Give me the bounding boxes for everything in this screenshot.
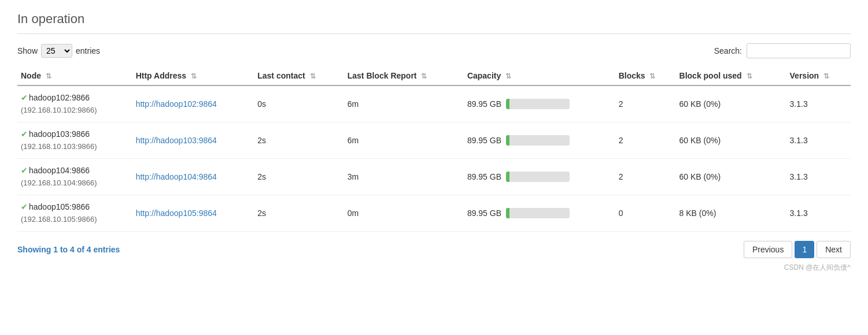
http-link[interactable]: http://hadoop104:9864 xyxy=(136,172,217,181)
blocks-cell-2: 2 xyxy=(615,159,676,195)
contact-cell-3: 2s xyxy=(254,195,343,232)
sort-icon-http: ⇅ xyxy=(191,72,197,80)
col-blocks-label: Blocks xyxy=(619,71,645,80)
pool-cell-0: 60 KB (0%) xyxy=(676,85,786,122)
node-cell-0: ✔hadoop102:9866 (192.168.10.102:9866) xyxy=(17,85,132,122)
blocks-cell-1: 2 xyxy=(615,122,676,159)
version-cell-3: 3.1.3 xyxy=(786,195,851,232)
col-version[interactable]: Version ⇅ xyxy=(786,66,851,85)
table-row: ✔hadoop105:9866 (192.168.10.105:9866) ht… xyxy=(17,195,851,232)
capacity-bar-fill xyxy=(506,135,509,146)
http-cell-2[interactable]: http://hadoop104:9864 xyxy=(132,159,254,195)
node-cell-1: ✔hadoop103:9866 (192.168.10.103:9866) xyxy=(17,122,132,159)
col-http-address-label: Http Address xyxy=(136,71,186,80)
table-header: Node ⇅ Http Address ⇅ Last contact ⇅ Las… xyxy=(17,66,851,85)
capacity-text: 89.95 GB xyxy=(467,172,501,181)
header-row: Node ⇅ Http Address ⇅ Last contact ⇅ Las… xyxy=(17,66,851,85)
blocks-cell-0: 2 xyxy=(615,85,676,122)
showing-prefix: Showing xyxy=(17,245,53,254)
capacity-bar-fill xyxy=(506,172,509,182)
check-icon: ✔ xyxy=(21,93,28,102)
nodes-table: Node ⇅ Http Address ⇅ Last contact ⇅ Las… xyxy=(17,66,851,232)
http-link[interactable]: http://hadoop102:9864 xyxy=(136,99,217,109)
search-input[interactable] xyxy=(747,43,851,58)
col-node[interactable]: Node ⇅ xyxy=(17,66,132,85)
capacity-cell-0: 89.95 GB xyxy=(464,85,615,122)
capacity-text: 89.95 GB xyxy=(467,209,501,218)
version-cell-1: 3.1.3 xyxy=(786,122,851,159)
http-cell-1[interactable]: http://hadoop103:9864 xyxy=(132,122,254,159)
col-capacity[interactable]: Capacity ⇅ xyxy=(464,66,615,85)
node-ip: (192.168.10.104:9866) xyxy=(21,178,97,187)
node-name: hadoop103:9866 xyxy=(29,129,90,139)
previous-button[interactable]: Previous xyxy=(744,241,792,258)
capacity-cell-3: 89.95 GB xyxy=(464,195,615,232)
node-cell-2: ✔hadoop104:9866 (192.168.10.104:9866) xyxy=(17,159,132,195)
version-cell-2: 3.1.3 xyxy=(786,159,851,195)
showing-total: 4 xyxy=(87,245,91,254)
capacity-text: 89.95 GB xyxy=(467,136,501,145)
node-ip: (192.168.10.102:9866) xyxy=(21,106,97,114)
http-cell-0[interactable]: http://hadoop102:9864 xyxy=(132,85,254,122)
capacity-text: 89.95 GB xyxy=(467,99,501,109)
node-name: hadoop104:9866 xyxy=(29,166,90,175)
report-cell-2: 3m xyxy=(344,159,464,195)
controls-top: Show 102550100 entries Search: xyxy=(17,43,851,58)
http-link[interactable]: http://hadoop105:9864 xyxy=(136,209,217,218)
capacity-cell-1: 89.95 GB xyxy=(464,122,615,159)
capacity-bar-container xyxy=(506,99,570,109)
watermark: CSDN @在人间负债^ xyxy=(17,263,851,273)
sort-icon-capacity: ⇅ xyxy=(505,72,511,80)
report-cell-3: 0m xyxy=(344,195,464,232)
node-name: hadoop105:9866 xyxy=(29,202,90,211)
col-last-contact[interactable]: Last contact ⇅ xyxy=(254,66,343,85)
sort-icon-version: ⇅ xyxy=(823,72,829,80)
showing-to: 4 xyxy=(70,245,75,254)
capacity-bar-container xyxy=(506,172,570,182)
col-block-pool-used[interactable]: Block pool used ⇅ xyxy=(676,66,786,85)
next-button[interactable]: Next xyxy=(817,241,851,258)
sort-icon-pool: ⇅ xyxy=(747,72,752,80)
search-area: Search: xyxy=(714,43,851,58)
col-blocks[interactable]: Blocks ⇅ xyxy=(615,66,676,85)
showing-text: Showing 1 to 4 of 4 entries xyxy=(17,245,120,254)
contact-cell-1: 2s xyxy=(254,122,343,159)
check-icon: ✔ xyxy=(21,129,28,139)
pool-cell-3: 8 KB (0%) xyxy=(676,195,786,232)
node-cell-3: ✔hadoop105:9866 (192.168.10.105:9866) xyxy=(17,195,132,232)
report-cell-0: 6m xyxy=(344,85,464,122)
search-label: Search: xyxy=(714,46,742,55)
table-row: ✔hadoop103:9866 (192.168.10.103:9866) ht… xyxy=(17,122,851,159)
contact-cell-2: 2s xyxy=(254,159,343,195)
sort-icon-contact: ⇅ xyxy=(310,72,316,80)
col-last-contact-label: Last contact xyxy=(257,71,305,80)
showing-mid1: to xyxy=(58,245,70,254)
entries-label: entries xyxy=(76,46,100,55)
capacity-bar-container xyxy=(506,135,570,146)
node-ip: (192.168.10.103:9866) xyxy=(21,142,97,151)
entries-select[interactable]: 102550100 xyxy=(41,44,72,58)
col-version-label: Version xyxy=(790,71,819,80)
col-node-label: Node xyxy=(21,71,41,80)
col-block-pool-used-label: Block pool used xyxy=(679,71,742,80)
capacity-bar-fill xyxy=(506,99,509,109)
table-body: ✔hadoop102:9866 (192.168.10.102:9866) ht… xyxy=(17,85,851,232)
col-last-block-report[interactable]: Last Block Report ⇅ xyxy=(344,66,464,85)
page-1-button[interactable]: 1 xyxy=(795,241,814,258)
showing-from: 1 xyxy=(53,245,58,254)
contact-cell-0: 0s xyxy=(254,85,343,122)
page-title: In operation xyxy=(17,12,851,34)
check-icon: ✔ xyxy=(21,202,28,211)
http-cell-3[interactable]: http://hadoop105:9864 xyxy=(132,195,254,232)
capacity-bar-fill xyxy=(506,208,509,218)
node-ip: (192.168.10.105:9866) xyxy=(21,215,97,224)
sort-icon-block-report: ⇅ xyxy=(421,72,427,80)
showing-suffix: entries xyxy=(91,245,120,254)
col-http-address[interactable]: Http Address ⇅ xyxy=(132,66,254,85)
http-link[interactable]: http://hadoop103:9864 xyxy=(136,136,217,145)
table-row: ✔hadoop102:9866 (192.168.10.102:9866) ht… xyxy=(17,85,851,122)
pool-cell-1: 60 KB (0%) xyxy=(676,122,786,159)
report-cell-1: 6m xyxy=(344,122,464,159)
pagination: Previous 1 Next xyxy=(744,241,851,258)
col-capacity-label: Capacity xyxy=(467,71,501,80)
